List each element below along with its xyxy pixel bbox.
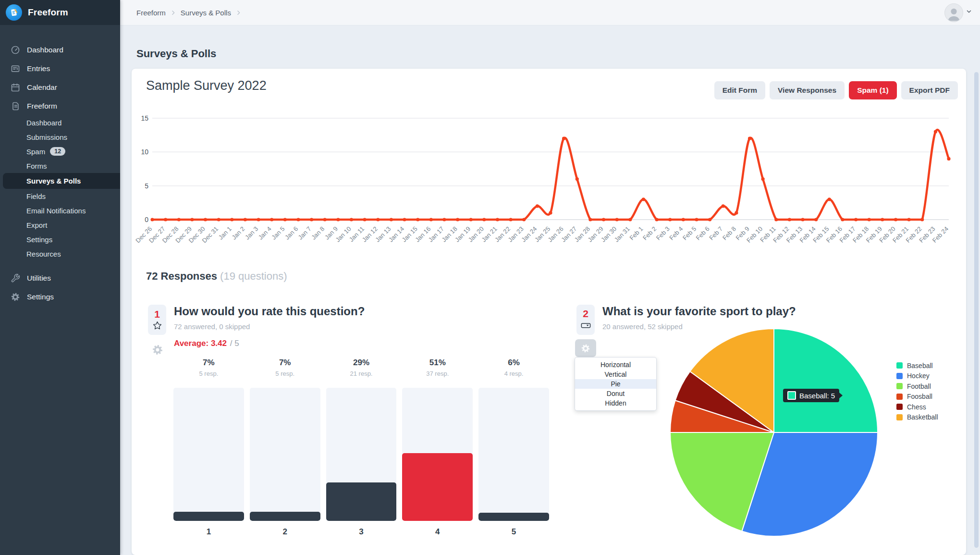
sidebar-subitem-fields[interactable]: Fields bbox=[0, 189, 120, 203]
chevron-right-icon bbox=[170, 10, 176, 16]
sidebar-subitem-label: Resources bbox=[26, 250, 61, 258]
legend-item-hockey[interactable]: Hockey bbox=[896, 371, 938, 382]
responses-line-chart[interactable]: 051015Dec 26Dec 27Dec 28Dec 29Dec 30Dec … bbox=[142, 115, 958, 257]
bar-track bbox=[250, 388, 320, 521]
sidebar-subitem-submissions[interactable]: Submissions bbox=[0, 130, 120, 144]
sidebar-item-settings[interactable]: Settings bbox=[0, 287, 120, 306]
view-responses-button[interactable]: View Responses bbox=[770, 81, 845, 99]
bar-fill bbox=[478, 513, 549, 521]
legend-swatch bbox=[896, 373, 903, 379]
bar-column-4[interactable]: 51%37 resp.4 bbox=[402, 358, 473, 537]
bar-responses-label: 4 resp. bbox=[504, 370, 524, 377]
sidebar-subitem-email-notifications[interactable]: Email Notifications bbox=[0, 203, 120, 218]
legend-item-chess[interactable]: Chess bbox=[896, 402, 938, 412]
bar-fill bbox=[326, 482, 397, 521]
sidebar-nav: DashboardEntriesCalendarFreeform Dashboa… bbox=[0, 25, 120, 306]
sidebar-subitem-surveys-polls[interactable]: Surveys & Polls bbox=[3, 173, 120, 189]
question-2-chart-settings-button[interactable] bbox=[575, 339, 596, 357]
sidebar-subitem-forms[interactable]: Forms bbox=[0, 159, 120, 173]
breadcrumb: FreeformSurveys & Polls bbox=[136, 9, 242, 17]
spam-count-badge: 12 bbox=[50, 147, 65, 156]
pie-slice-baseball[interactable] bbox=[774, 329, 878, 432]
average-label: Average: bbox=[174, 339, 208, 348]
sidebar-top-items: DashboardEntriesCalendarFreeform bbox=[0, 40, 120, 115]
svg-text:Feb 7: Feb 7 bbox=[708, 225, 724, 242]
bar-percent-label: 29% bbox=[353, 358, 369, 367]
bar-column-3[interactable]: 29%21 resp.3 bbox=[326, 358, 397, 537]
page-title: Surveys & Polls bbox=[136, 48, 216, 60]
svg-text:0: 0 bbox=[145, 216, 148, 223]
menu-item-hidden[interactable]: Hidden bbox=[575, 398, 656, 408]
edit-form-button[interactable]: Edit Form bbox=[714, 81, 765, 99]
menu-item-pie[interactable]: Pie bbox=[575, 379, 656, 389]
svg-text:10: 10 bbox=[141, 148, 148, 156]
wrench-icon bbox=[11, 273, 20, 283]
legend-item-foosball[interactable]: Foosball bbox=[896, 392, 938, 402]
legend-swatch bbox=[896, 414, 903, 420]
svg-text:Jan 8: Jan 8 bbox=[310, 225, 326, 241]
sports-pie-chart[interactable] bbox=[668, 327, 880, 538]
gauge-icon bbox=[11, 45, 20, 55]
freeform-app: Freeform DashboardEntriesCalendarFreefor… bbox=[0, 0, 980, 555]
bar-fill bbox=[402, 453, 473, 521]
svg-text:Jan 2: Jan 2 bbox=[230, 225, 246, 241]
bar-percent-label: 7% bbox=[203, 358, 215, 367]
sidebar-item-calendar[interactable]: Calendar bbox=[0, 78, 120, 97]
user-menu[interactable] bbox=[944, 3, 972, 22]
sidebar: Freeform DashboardEntriesCalendarFreefor… bbox=[0, 0, 120, 555]
sidebar-item-label: Entries bbox=[27, 64, 50, 73]
chevron-right-icon bbox=[235, 10, 242, 16]
page-scrollbar[interactable] bbox=[974, 72, 979, 548]
breadcrumb-link-surveys-polls[interactable]: Surveys & Polls bbox=[181, 9, 231, 17]
spam-1-button[interactable]: Spam (1) bbox=[849, 81, 896, 99]
freeform-logo-icon bbox=[6, 4, 22, 21]
tooltip-text: Baseball: 5 bbox=[799, 392, 835, 400]
svg-text:Feb 8: Feb 8 bbox=[721, 225, 737, 242]
sidebar-subitem-settings[interactable]: Settings bbox=[0, 232, 120, 247]
freeform-submenu: DashboardSubmissionsSpam12FormsSurveys &… bbox=[0, 115, 120, 261]
sidebar-subitem-export[interactable]: Export bbox=[0, 218, 120, 232]
legend-label: Basketball bbox=[907, 413, 938, 421]
legend-swatch bbox=[896, 394, 903, 400]
menu-item-vertical[interactable]: Vertical bbox=[575, 370, 656, 379]
legend-item-football[interactable]: Football bbox=[896, 381, 938, 392]
bar-percent-label: 6% bbox=[508, 358, 520, 367]
bar-track bbox=[173, 388, 244, 521]
menu-item-donut[interactable]: Donut bbox=[575, 389, 656, 398]
bar-category-label: 5 bbox=[512, 527, 516, 537]
star-icon bbox=[152, 321, 162, 331]
svg-text:Feb 2: Feb 2 bbox=[641, 225, 658, 242]
legend-item-basketball[interactable]: Basketball bbox=[896, 412, 938, 423]
sidebar-subitem-spam[interactable]: Spam12 bbox=[0, 144, 120, 159]
legend-swatch bbox=[896, 383, 903, 389]
bar-column-1[interactable]: 7%5 resp.1 bbox=[173, 358, 244, 537]
breadcrumb-link-freeform[interactable]: Freeform bbox=[136, 9, 166, 17]
gear-icon bbox=[11, 292, 20, 302]
menu-item-horizontal[interactable]: Horizontal bbox=[575, 360, 656, 370]
sidebar-item-label: Utilities bbox=[27, 274, 51, 283]
chart-type-menu: HorizontalVerticalPieDonutHidden bbox=[575, 357, 657, 411]
question-1-title: How would you rate this question? bbox=[174, 305, 551, 318]
sidebar-subitem-resources[interactable]: Resources bbox=[0, 247, 120, 261]
app-logo[interactable]: Freeform bbox=[0, 0, 120, 25]
sidebar-item-freeform[interactable]: Freeform bbox=[0, 97, 120, 115]
bar-responses-label: 5 resp. bbox=[199, 370, 219, 377]
sidebar-subitem-label: Spam bbox=[26, 148, 45, 156]
question-2: 2 What is your favorite sport to play? 2… bbox=[576, 305, 961, 331]
svg-text:Jan 3: Jan 3 bbox=[244, 225, 259, 241]
export-pdf-button[interactable]: Export PDF bbox=[901, 81, 958, 99]
tooltip-swatch bbox=[787, 391, 796, 400]
sidebar-item-entries[interactable]: Entries bbox=[0, 59, 120, 78]
question-1-chart-settings-button[interactable] bbox=[152, 344, 163, 356]
bar-fill bbox=[250, 512, 320, 521]
sidebar-subitem-dashboard[interactable]: Dashboard bbox=[0, 115, 120, 130]
sidebar-subitem-label: Dashboard bbox=[26, 119, 61, 127]
select-box-icon bbox=[580, 320, 591, 331]
sidebar-item-dashboard[interactable]: Dashboard bbox=[0, 40, 120, 59]
legend-item-baseball[interactable]: Baseball bbox=[896, 360, 938, 371]
bar-track bbox=[402, 388, 473, 521]
sidebar-item-utilities[interactable]: Utilities bbox=[0, 269, 120, 287]
svg-text:Jan 6: Jan 6 bbox=[283, 225, 299, 241]
bar-column-2[interactable]: 7%5 resp.2 bbox=[250, 358, 320, 537]
bar-column-5[interactable]: 6%4 resp.5 bbox=[478, 358, 549, 537]
